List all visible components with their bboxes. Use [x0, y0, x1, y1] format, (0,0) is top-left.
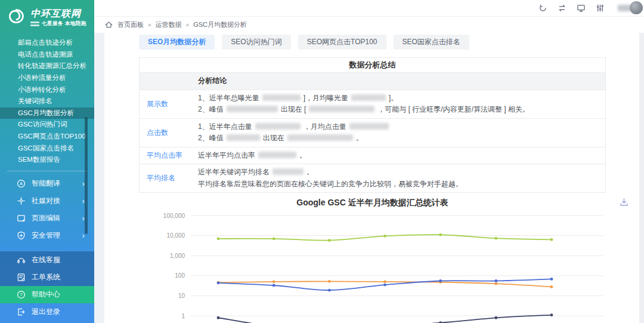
sidebar-item[interactable]: GSC网页点击TOP100 — [0, 131, 94, 143]
sliders-icon[interactable] — [596, 4, 605, 13]
download-icon[interactable] — [619, 197, 629, 210]
sidebar-footer-label: 退出登录 — [32, 307, 60, 317]
blue-series-point — [550, 278, 553, 281]
sidebar-footer-item[interactable]: 工单系统 — [0, 269, 94, 286]
sidebar-item-label: GSC国家点击排名 — [18, 144, 74, 153]
sidebar-group-label: 安全管理 — [32, 230, 60, 241]
line-chart: 100,00010,0001,000100101 — [149, 209, 606, 323]
row-label: 平均点击率 — [140, 147, 192, 164]
y-axis-tick-label: 10,000 — [166, 232, 185, 239]
table-row: 点击数1、近半年点击量，月均点击量2、峰值出现在。 — [140, 118, 605, 147]
sidebar-item[interactable]: 关键词排名 — [0, 96, 94, 107]
page-edit-icon — [17, 214, 26, 223]
sidebar-item[interactable]: 小语种转化分析 — [0, 84, 94, 96]
green-series-point — [550, 238, 553, 241]
breadcrumb: 首页面板»运营数据»GSC月均数据分析 — [94, 17, 644, 33]
sidebar-footer-item[interactable]: ?帮助中心 — [0, 286, 94, 303]
monitor-icon[interactable] — [577, 4, 586, 13]
tab-3[interactable]: SEO网页点击TOP100 — [298, 35, 386, 50]
y-axis-tick-label: 1,000 — [170, 253, 185, 259]
sidebar-footer-item[interactable]: 在线客服 — [0, 251, 94, 269]
breadcrumb-item[interactable]: 首页面板 — [117, 20, 144, 29]
row-label: 平均排名 — [140, 164, 192, 192]
summary-table-title: 数据分析总结 — [140, 58, 605, 72]
green-series-point — [383, 235, 386, 238]
breadcrumb-item[interactable]: 运营数据 — [156, 20, 182, 29]
orange-series-point — [550, 285, 553, 288]
summary-table-header-conclusion: 分析结论 — [192, 73, 605, 90]
conclusion-text: 2、峰值 — [198, 134, 224, 142]
dark-navy-series-point — [217, 316, 220, 319]
user-menu[interactable] — [618, 1, 643, 14]
redacted-value — [227, 134, 260, 141]
table-row: 展示数1、近半年总曝光量]，月均曝光量]。2、峰值出现在 [，可能与 [ 行业旺… — [140, 90, 605, 118]
blue-series-point — [494, 279, 497, 282]
conclusion-text: 。 — [356, 134, 363, 142]
sidebar-item[interactable]: GSC月均数据分析 — [0, 107, 94, 119]
sidebar-group-label: 智能翻译 — [32, 179, 60, 189]
brand-logo[interactable]: 中环互联网 七星服务 本地陪跑 — [0, 0, 94, 34]
sidebar-item-label: 转化轨迹溯源汇总分析 — [18, 61, 86, 70]
sidebar-footer: 在线客服工单系统?帮助中心退出登录 — [0, 251, 94, 321]
sidebar-item[interactable]: 转化轨迹溯源汇总分析 — [0, 60, 94, 72]
sidebar-item-label: GSC月均数据分析 — [18, 109, 74, 118]
breadcrumb-separator: » — [186, 21, 190, 28]
conclusion-line: 2、峰值出现在 [，可能与 [ 行业旺季/内容更新/算法调整 ] 相关。 — [198, 104, 599, 116]
ticket-icon — [17, 273, 26, 282]
sidebar-item-label: 邮箱点击轨迹分析 — [18, 38, 73, 47]
conclusion-text: 2、峰值 — [198, 105, 224, 113]
sidebar-group-1[interactable]: A智能翻译› — [0, 175, 94, 192]
swap-icon[interactable] — [558, 4, 566, 13]
sidebar-item[interactable]: 邮箱点击轨迹分析 — [0, 37, 94, 49]
blue-series-point — [217, 281, 220, 284]
sidebar-divider — [7, 171, 87, 171]
breadcrumb-item[interactable]: GSC月均数据分析 — [193, 20, 247, 29]
sidebar-item-label: GSC网页点击TOP100 — [18, 132, 86, 141]
orange-series-point — [494, 282, 497, 285]
chart-title: Google GSC 近半年月均数据汇总统计表 — [139, 198, 606, 208]
tab-1[interactable]: SEO月均数据分析 — [139, 35, 215, 50]
tab-4[interactable]: SEO国家点击排名 — [394, 35, 469, 50]
sidebar-scrollbar-thumb[interactable] — [85, 117, 88, 234]
sidebar: 中环互联网 七星服务 本地陪跑 邮箱点击轨迹分析电话点击轨迹溯源转化轨迹溯源汇总… — [0, 0, 94, 323]
tab-bar: SEO月均数据分析SEO访问热门词SEO网页点击TOP100SEO国家点击排名 — [139, 35, 469, 50]
table-row: 平均点击率近半年平均点击率。 — [140, 147, 605, 164]
sidebar-footer-item[interactable]: 退出登录 — [0, 303, 94, 321]
conclusion-text: ]，月均曝光量 — [304, 94, 348, 102]
y-axis-tick-label: 100,000 — [163, 213, 185, 219]
summary-table-header-row: 分析结论 — [140, 72, 605, 90]
sidebar-group-3[interactable]: 页面编辑› — [0, 210, 94, 227]
conclusion-text: ，月均点击量 — [304, 122, 346, 131]
svg-text:A: A — [20, 181, 23, 186]
conclusion-line: 2、峰值出现在。 — [198, 133, 599, 144]
tab-2[interactable]: SEO访问热门词 — [222, 35, 290, 50]
green-series-point — [439, 233, 442, 236]
sidebar-item[interactable]: 电话点击轨迹溯源 — [0, 49, 94, 61]
green-series-point — [273, 237, 275, 240]
refresh-icon[interactable] — [538, 4, 547, 13]
logout-icon — [17, 307, 26, 316]
dark-navy-series-line — [218, 315, 552, 323]
sidebar-item[interactable]: GSC国家点击排名 — [0, 142, 94, 154]
conclusion-text: 。 — [306, 168, 314, 176]
home-icon[interactable] — [104, 20, 113, 29]
sidebar-item[interactable]: SEM数据报告 — [0, 154, 94, 166]
sidebar-item[interactable]: 小语种流量分析 — [0, 72, 94, 84]
breadcrumb-separator: » — [148, 21, 151, 28]
y-axis-tick-label: 100 — [175, 272, 185, 279]
sidebar-group-2[interactable]: 社媒对接› — [0, 192, 94, 210]
row-conclusion: 近半年关键词平均排名。平均排名靠后意味着您的页面在核心关键词上的竞争力比较弱，易… — [192, 164, 605, 192]
avatar[interactable] — [630, 1, 643, 14]
page-scrollbar-track[interactable] — [639, 33, 644, 323]
sidebar-group-4[interactable]: 安全管理› — [0, 227, 94, 244]
svg-text:?: ? — [20, 292, 23, 297]
sidebar-item-label: 小语种转化分析 — [18, 85, 66, 94]
y-axis-tick-label: 10 — [178, 293, 185, 299]
sidebar-item[interactable]: GSC访问热门词 — [0, 119, 94, 131]
blue-series-point — [328, 289, 331, 292]
social-connect-icon — [17, 196, 26, 205]
conclusion-text: 近半年平均点击率 — [198, 151, 255, 159]
conclusion-text: ，可能与 [ 行业旺季/内容更新/算法调整 ] 相关。 — [377, 105, 530, 113]
blue-series-point — [439, 279, 442, 282]
brand-mini-text — [30, 21, 39, 26]
